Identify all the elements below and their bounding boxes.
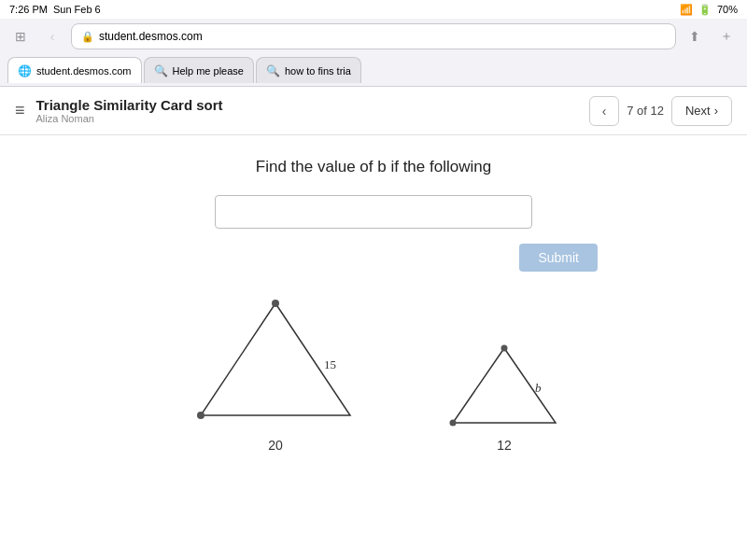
next-label: Next [685, 104, 711, 118]
battery-level: 70% [717, 4, 738, 15]
tab-desmos[interactable]: 🌐 student.desmos.com [7, 57, 142, 83]
battery-icon: 🔋 [698, 4, 712, 16]
answer-row [37, 195, 710, 229]
small-triangle-svg: b [444, 341, 565, 434]
time: 7:26 PM [9, 4, 48, 15]
browser-chrome: ⊞ ‹ 🔒 student.desmos.com ⬆ ＋ 🌐 student.d… [0, 19, 747, 87]
small-triangle-container: b 12 [444, 341, 565, 453]
sidebar-toggle-button[interactable]: ⊞ [7, 23, 34, 49]
answer-input[interactable] [215, 195, 532, 229]
share-button[interactable]: ⬆ [682, 23, 708, 49]
next-button[interactable]: Next › [671, 96, 732, 126]
wifi-icon: 📶 [680, 4, 693, 16]
large-triangle-base-label: 20 [268, 438, 283, 453]
day: Sun Feb 6 [53, 4, 101, 15]
large-triangle-svg: 15 [182, 294, 369, 434]
large-triangle-container: 15 20 [182, 294, 369, 453]
tab-desmos-label: student.desmos.com [36, 65, 132, 77]
large-triangle-bl-dot [197, 412, 204, 419]
small-triangle-base-label: 12 [497, 438, 512, 453]
tab-howto-label: how to fins tria [285, 65, 351, 77]
app-title: Triangle Similarity Card sort [36, 97, 223, 113]
tab-bar: 🌐 student.desmos.com 🔍 Help me please 🔍 … [0, 54, 747, 86]
large-triangle-side-label: 15 [324, 357, 336, 371]
tab-help-icon: 🔍 [154, 64, 168, 77]
lock-icon: 🔒 [81, 31, 94, 43]
status-bar: 7:26 PM Sun Feb 6 📶 🔋 70% [0, 0, 747, 19]
tab-desmos-icon: 🌐 [18, 64, 32, 77]
app-title-block: Triangle Similarity Card sort Aliza Noma… [36, 97, 223, 124]
page-indicator: 7 of 12 [627, 104, 664, 118]
browser-toolbar: ⊞ ‹ 🔒 student.desmos.com ⬆ ＋ [0, 19, 747, 54]
small-triangle-side-label: b [535, 381, 542, 395]
submit-button[interactable]: Submit [519, 244, 598, 272]
app-header: ≡ Triangle Similarity Card sort Aliza No… [0, 87, 747, 135]
small-triangle-apex-dot [501, 345, 508, 352]
question-title: Find the value of b if the following [37, 158, 710, 176]
address-bar[interactable]: 🔒 student.desmos.com [71, 23, 676, 49]
tab-howto[interactable]: 🔍 how to fins tria [256, 57, 361, 83]
tab-help-label: Help me please [173, 65, 244, 77]
back-button[interactable]: ‹ [39, 23, 65, 49]
large-triangle-apex-dot [272, 300, 279, 307]
prev-page-button[interactable]: ‹ [589, 96, 619, 126]
new-tab-button[interactable]: ＋ [713, 23, 740, 49]
small-triangle-bl-dot [450, 420, 457, 427]
url-text: student.desmos.com [99, 30, 666, 43]
tab-help[interactable]: 🔍 Help me please [144, 57, 254, 83]
submit-area: Submit [37, 244, 710, 272]
tab-howto-icon: 🔍 [266, 64, 280, 77]
app-subtitle: Aliza Noman [36, 113, 223, 124]
main-content: Find the value of b if the following Sub… [0, 135, 747, 475]
menu-icon[interactable]: ≡ [15, 101, 25, 120]
triangles-area: 15 20 b 12 [37, 294, 710, 453]
next-chevron-icon: › [714, 104, 718, 118]
